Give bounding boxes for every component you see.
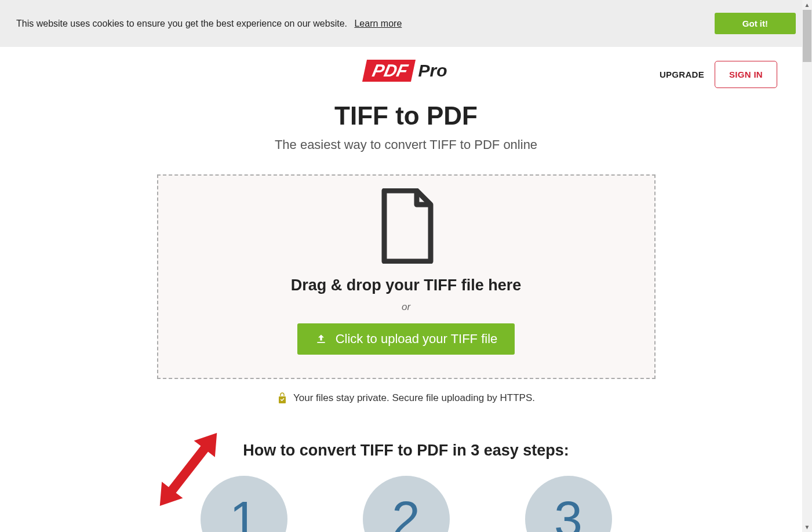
dropzone[interactable]: Drag & drop your TIFF file here or Click… — [157, 174, 656, 379]
logo-pdf-text: PDF — [362, 60, 416, 82]
cookie-message: This website uses cookies to ensure you … — [16, 19, 347, 28]
scrollbar[interactable]: ▲ ▼ — [802, 0, 812, 532]
logo[interactable]: PDF Pro — [365, 60, 447, 82]
step-circle-3: 3 — [525, 476, 612, 532]
signin-button[interactable]: SIGN IN — [715, 61, 777, 88]
cookie-learn-more-link[interactable]: Learn more — [354, 19, 402, 28]
header-right: UPGRADE SIGN IN — [660, 61, 777, 88]
page-title: TIFF to PDF — [140, 101, 673, 130]
security-text: Your files stay private. Secure file upl… — [293, 392, 535, 404]
scrollbar-thumb[interactable] — [803, 10, 811, 62]
logo-pro-text: Pro — [418, 61, 447, 81]
red-arrow-icon — [156, 420, 220, 519]
step-circle-2: 2 — [363, 476, 450, 532]
upload-icon — [315, 333, 327, 345]
scrollbar-arrow-up-icon[interactable]: ▲ — [802, 0, 812, 10]
upload-button[interactable]: Click to upload your TIFF file — [297, 323, 515, 355]
scrollbar-arrow-down-icon[interactable]: ▼ — [802, 522, 812, 532]
or-text: or — [170, 301, 643, 313]
upgrade-link[interactable]: UPGRADE — [660, 70, 704, 79]
cookie-banner: This website uses cookies to ensure you … — [0, 0, 812, 47]
header: PDF Pro UPGRADE SIGN IN — [0, 47, 812, 88]
lock-icon — [277, 392, 287, 405]
page-subtitle: The easiest way to convert TIFF to PDF o… — [140, 137, 673, 152]
cookie-text: This website uses cookies to ensure you … — [16, 19, 402, 29]
svg-marker-1 — [156, 425, 220, 514]
cookie-gotit-button[interactable]: Got it! — [715, 13, 796, 34]
drop-text: Drag & drop your TIFF file here — [170, 276, 643, 294]
upload-button-label: Click to upload your TIFF file — [336, 331, 498, 347]
security-row: Your files stay private. Secure file upl… — [140, 392, 673, 405]
file-icon — [170, 188, 643, 266]
